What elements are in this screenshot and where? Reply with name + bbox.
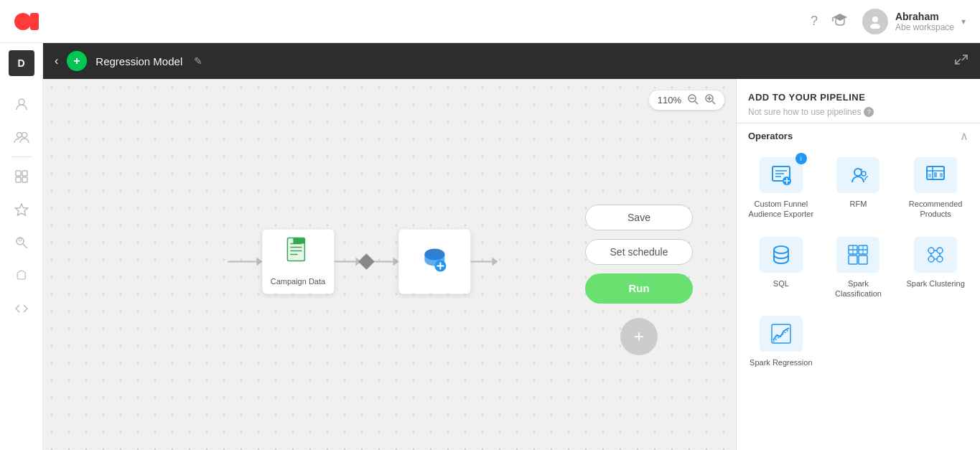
custom-funnel-label: Custom Funnel Audience Exporter (747, 199, 816, 220)
help-circle-icon[interactable]: ? (864, 107, 874, 117)
svg-point-5 (17, 133, 22, 138)
svg-line-19 (695, 101, 698, 104)
spark-classification-icon (836, 237, 879, 273)
operators-label: Operators (748, 131, 793, 141)
zoom-level: 110% (658, 95, 681, 106)
chevron-down-icon: ▾ (961, 17, 966, 27)
graduation-icon[interactable] (832, 11, 848, 31)
svg-rect-1 (30, 13, 39, 30)
pipeline-icon (67, 51, 87, 71)
top-header: ? Abraham Abe workspace ▾ (0, 0, 980, 43)
operator-spark-classification[interactable]: Spark Classification (820, 228, 897, 308)
operator-custom-funnel[interactable]: i Custom Funnel Audience Exporter (742, 149, 820, 228)
svg-rect-50 (940, 173, 943, 177)
svg-point-6 (22, 133, 27, 138)
campaign-data-node[interactable]: Campaign Data (262, 229, 334, 294)
svg-rect-9 (16, 177, 21, 182)
svg-rect-68 (772, 324, 790, 343)
svg-line-17 (956, 59, 961, 64)
svg-point-0 (14, 13, 32, 30)
sidebar-item-code[interactable] (0, 292, 42, 325)
collapse-button[interactable]: ∧ (960, 129, 969, 143)
svg-point-62 (928, 256, 934, 262)
recommended-products-label: Recommended Products (901, 199, 970, 220)
svg-point-60 (928, 248, 934, 253)
operators-grid: i Custom Funnel Audience Exporter RFM (737, 143, 980, 382)
user-workspace: Abe workspace (895, 22, 954, 32)
zoom-out-button[interactable] (687, 93, 699, 107)
campaign-data-icon (284, 236, 312, 270)
spark-regression-label: Spark Regression (750, 357, 812, 367)
svg-rect-7 (16, 171, 21, 176)
logo-icon (14, 11, 43, 32)
run-button[interactable]: Run (585, 273, 693, 304)
avatar (862, 9, 888, 34)
mid-connector-1 (334, 257, 361, 266)
svg-rect-30 (293, 238, 304, 243)
sidebar-item-search[interactable] (0, 226, 42, 259)
sidebar-item-dashboard[interactable] (0, 160, 42, 193)
operator-sql[interactable]: SQL (742, 228, 820, 308)
zoom-in-button[interactable] (704, 93, 716, 107)
operator-spark-regression[interactable]: Spark Regression (742, 307, 820, 376)
svg-point-14 (19, 238, 22, 241)
sidebar-item-brain[interactable] (0, 259, 42, 292)
operator-rfm[interactable]: RFM (820, 149, 897, 228)
svg-point-43 (862, 172, 866, 176)
svg-line-13 (23, 244, 27, 248)
operators-row: Operators ∧ (737, 123, 980, 143)
sidebar-divider (11, 156, 32, 157)
expand-button[interactable] (954, 52, 969, 70)
add-pipeline-title: ADD TO YOUR PIPELINE (748, 92, 969, 103)
pipeline-title: Regression Model (95, 55, 182, 67)
recommended-products-icon (914, 157, 957, 193)
svg-rect-49 (934, 172, 937, 177)
spark-clustering-icon (914, 237, 957, 273)
left-connector (228, 257, 262, 266)
right-panel-header: ADD TO YOUR PIPELINE Not sure how to use… (737, 79, 980, 123)
svg-point-61 (937, 248, 943, 253)
rfm-icon (836, 157, 879, 193)
sidebar-item-star[interactable] (0, 193, 42, 226)
zoom-controls: 110% (649, 90, 724, 110)
svg-rect-54 (849, 256, 857, 264)
sql-label: SQL (773, 278, 789, 289)
svg-point-3 (870, 24, 880, 29)
spark-clustering-label: Spark Clustering (906, 278, 964, 289)
back-button[interactable]: ‹ (55, 55, 58, 67)
sidebar-avatar: D (9, 50, 34, 76)
rfm-label: RFM (850, 199, 867, 209)
custom-funnel-icon: i (760, 157, 803, 193)
user-menu[interactable]: Abraham Abe workspace ▾ (862, 9, 966, 34)
save-button[interactable]: Save (585, 205, 693, 230)
operator-spark-clustering[interactable]: Spark Clustering (897, 228, 974, 308)
diamond-connector (361, 256, 398, 267)
help-icon[interactable]: ? (811, 14, 818, 29)
spark-classification-label: Spark Classification (824, 278, 893, 299)
add-data-node[interactable] (398, 229, 470, 294)
operator-recommended-products[interactable]: Recommended Products (897, 149, 974, 228)
edit-icon[interactable]: ✎ (194, 55, 202, 67)
sql-icon (760, 237, 803, 273)
sidebar-item-user[interactable] (0, 88, 42, 121)
schedule-button[interactable]: Set schedule (585, 239, 693, 265)
not-sure-text: Not sure how to use pipelines ? (748, 107, 969, 117)
svg-line-16 (962, 55, 967, 60)
canvas-area: 110% (43, 79, 736, 450)
left-sidebar: D (0, 43, 43, 450)
info-badge: i (795, 153, 807, 164)
content-area: ‹ Regression Model ✎ 110% (43, 43, 980, 450)
svg-rect-48 (928, 174, 931, 177)
add-circle-button[interactable]: + (620, 318, 658, 355)
pipeline-header: ‹ Regression Model ✎ (43, 43, 980, 79)
header-right: ? Abraham Abe workspace ▾ (811, 9, 966, 34)
user-name: Abraham (895, 11, 954, 22)
svg-line-22 (712, 101, 715, 104)
svg-marker-11 (15, 204, 27, 215)
svg-point-51 (774, 246, 788, 253)
operators-scroll: i Custom Funnel Audience Exporter RFM (737, 143, 980, 450)
spark-regression-icon (760, 316, 803, 352)
logo (14, 11, 43, 32)
sidebar-item-group[interactable] (0, 121, 42, 154)
svg-rect-55 (859, 256, 867, 264)
